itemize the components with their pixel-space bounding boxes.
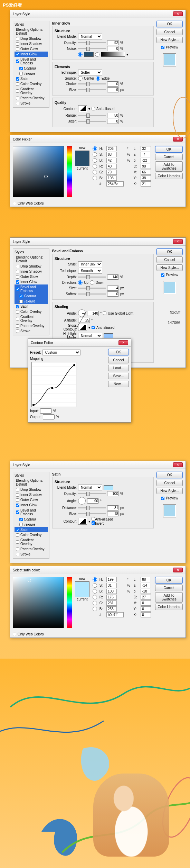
add-swatches-button[interactable]: Add To Swatches [155, 161, 183, 172]
checkbox[interactable] [16, 77, 19, 81]
bb-radio[interactable] [92, 176, 98, 180]
a-input[interactable] [141, 583, 151, 588]
up-radio[interactable] [78, 280, 83, 285]
opacity-slider[interactable] [78, 493, 106, 494]
blend-mode-select[interactable]: Normal [78, 34, 102, 39]
style-stroke[interactable]: Stroke [15, 552, 48, 557]
m-input[interactable] [141, 170, 151, 175]
color-radio[interactable] [78, 52, 83, 57]
glow-color-swatch[interactable] [84, 52, 94, 57]
checkbox[interactable] [16, 102, 19, 105]
angle-input[interactable] [87, 311, 99, 316]
close-icon[interactable]: ✕ [173, 239, 183, 244]
cancel-button[interactable]: Cancel [155, 154, 183, 160]
y-input[interactable] [141, 606, 151, 612]
ok-button[interactable]: OK [155, 146, 183, 153]
b-radio[interactable] [92, 158, 98, 163]
style-color-overlay[interactable]: Color Overlay [15, 532, 48, 537]
c-input[interactable] [141, 595, 151, 600]
chevron-down-icon[interactable]: ▾ [88, 107, 90, 111]
s-input[interactable] [106, 152, 117, 157]
m-input[interactable] [141, 600, 151, 606]
aa-checkbox[interactable] [92, 326, 95, 329]
bb-input[interactable] [106, 175, 117, 181]
new-style-button[interactable]: New Style... [156, 264, 183, 271]
close-icon[interactable]: ✕ [173, 568, 183, 572]
size-input[interactable] [107, 87, 119, 92]
aa-checkbox[interactable] [92, 517, 95, 521]
style-bevel-emboss[interactable]: Bevel and Emboss [15, 57, 48, 66]
hue-slider[interactable] [67, 577, 72, 628]
r-input[interactable] [106, 595, 117, 600]
hex-input[interactable] [106, 181, 124, 187]
preview-checkbox[interactable] [161, 46, 164, 49]
style-bevel-emboss[interactable]: Bevel and Emboss [15, 284, 48, 293]
chevron-down-icon[interactable]: ▾ [88, 326, 90, 329]
bv-input[interactable] [106, 158, 117, 163]
ok-button[interactable]: OK [155, 577, 183, 584]
add-swatches-button[interactable]: Add To Swatches [155, 592, 183, 603]
style-outer-glow[interactable]: Outer Glow [15, 46, 48, 52]
style-texture[interactable]: Texture [15, 299, 48, 304]
checkbox[interactable] [16, 47, 19, 51]
style-pattern-overlay[interactable]: Pattern Overlay [15, 96, 48, 101]
style-satin[interactable]: Satin [15, 304, 48, 309]
checkbox[interactable] [16, 42, 19, 46]
ok-button[interactable]: OK [156, 21, 183, 27]
blend-mode-select[interactable]: Normal [78, 485, 102, 490]
style-contour[interactable]: Contour [15, 293, 48, 299]
checkbox[interactable] [19, 67, 23, 70]
style-stroke[interactable]: Stroke [15, 101, 48, 106]
color-field[interactable] [13, 146, 64, 197]
invert-checkbox[interactable] [92, 521, 95, 525]
checkbox[interactable] [16, 82, 19, 86]
style-drop-shadow[interactable]: Drop Shadow [15, 264, 48, 269]
size-slider[interactable] [78, 288, 106, 289]
checkbox[interactable] [16, 97, 19, 100]
cancel-button[interactable]: Cancel [156, 256, 183, 263]
range-input[interactable] [107, 113, 119, 118]
checkbox[interactable] [19, 72, 23, 75]
c-input[interactable] [141, 164, 151, 169]
depth-slider[interactable] [78, 277, 106, 278]
style-texture[interactable]: Texture [15, 522, 48, 527]
cancel-button[interactable]: Cancel [108, 357, 129, 363]
soften-slider[interactable] [78, 293, 106, 295]
output-value[interactable] [43, 414, 55, 419]
new-button[interactable]: New... [108, 381, 129, 387]
h-input[interactable] [106, 577, 117, 582]
style-stroke[interactable]: Stroke [15, 328, 48, 334]
gloss-contour-picker[interactable] [78, 324, 87, 331]
jitter-slider[interactable] [78, 121, 106, 122]
style-contour[interactable]: Contour [15, 66, 48, 71]
satin-color-swatch[interactable] [104, 485, 113, 490]
style-inner-shadow[interactable]: Inner Shadow [15, 269, 48, 274]
choke-input[interactable] [107, 81, 119, 87]
style-inner-shadow[interactable]: Inner Shadow [15, 41, 48, 46]
only-web-checkbox[interactable] [13, 202, 16, 205]
style-select[interactable]: Inner Bevel [78, 261, 102, 267]
close-icon[interactable]: ✕ [173, 462, 183, 467]
s-radio[interactable] [92, 152, 98, 157]
style-outer-glow[interactable]: Outer Glow [15, 497, 48, 503]
new-style-button[interactable]: New Style... [156, 37, 183, 43]
k-input[interactable] [141, 181, 151, 187]
gradient-radio[interactable] [95, 52, 99, 57]
g-input[interactable] [106, 170, 117, 175]
new-style-button[interactable]: New Style... [156, 488, 183, 494]
size-input[interactable] [107, 286, 119, 291]
edge-radio[interactable] [96, 76, 100, 81]
ok-button[interactable]: OK [108, 349, 129, 355]
style-drop-shadow[interactable]: Drop Shadow [15, 36, 48, 41]
chevron-down-icon[interactable]: ▾ [88, 519, 90, 523]
h-input[interactable] [106, 146, 117, 151]
chevron-down-icon[interactable]: ▾ [126, 53, 128, 56]
hue-slider[interactable] [67, 146, 72, 197]
ok-button[interactable]: OK [156, 472, 183, 478]
style-drop-shadow[interactable]: Drop Shadow [15, 487, 48, 492]
l-input[interactable] [141, 146, 151, 151]
style-texture[interactable]: Texture [15, 71, 48, 76]
contour-graph[interactable] [31, 362, 76, 407]
contour-picker[interactable] [78, 105, 87, 112]
style-inner-glow[interactable]: Inner Glow [15, 279, 48, 284]
